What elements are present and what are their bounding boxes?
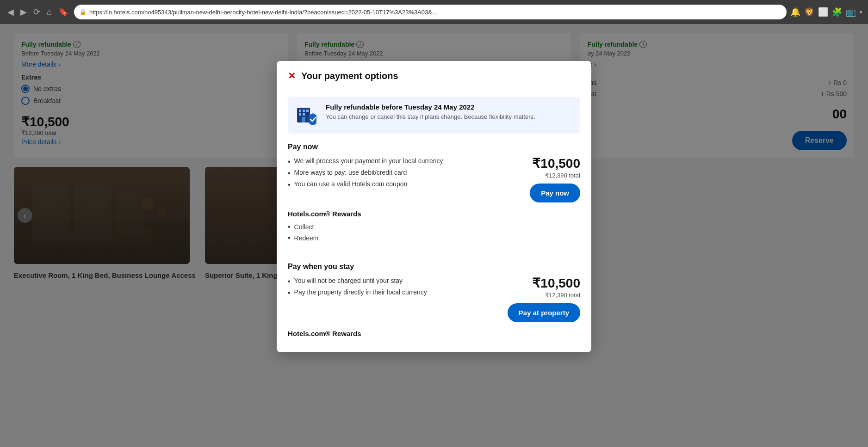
pay-now-bullet-3: You can use a valid Hotels.com coupon (288, 179, 521, 190)
pay-now-bullet-2: More ways to pay: use debit/credit card (288, 167, 521, 179)
svg-rect-13 (299, 113, 301, 116)
home-button[interactable]: ⌂ (45, 6, 54, 19)
rewards-title-1: Hotels.com® Rewards (288, 210, 580, 218)
pay-when-stay-title: Pay when you stay (288, 263, 580, 271)
pay-when-stay-price-total: ₹12,390 total (508, 292, 580, 299)
rewards-section-1: Hotels.com® Rewards Collect Redeem (288, 210, 580, 244)
pay-when-stay-bullets: You will not be charged until your stay … (288, 276, 498, 299)
pay-now-title: Pay now (288, 143, 580, 151)
extension-icon[interactable]: ⬜ (818, 7, 828, 17)
pay-when-stay-bullet-2: Pay the property directly in their local… (288, 287, 498, 299)
refund-shield-icon (295, 103, 319, 127)
refund-banner: Fully refundable before Tuesday 24 May 2… (288, 97, 580, 134)
rewards-title-2: Hotels.com® Rewards (288, 330, 580, 337)
pay-now-bullet-1: We will process your payment in your loc… (288, 156, 521, 167)
rewards-section-2: Hotels.com® Rewards (288, 330, 580, 337)
bookmark-button[interactable]: 🔖 (56, 5, 70, 19)
forward-button[interactable]: ▶ (19, 5, 29, 19)
modal-close-button[interactable]: ✕ (288, 70, 296, 81)
section-divider (288, 253, 580, 253)
modal-overlay: ✕ Your payment options (0, 24, 868, 447)
puzzle-icon[interactable]: 🧩 (832, 7, 842, 17)
url-text: https://in.hotels.com/ho495343/pullman-n… (89, 9, 437, 16)
refresh-button[interactable]: ⟳ (31, 5, 42, 19)
address-bar[interactable]: 🔒 https://in.hotels.com/ho495343/pullman… (74, 5, 787, 19)
browser-right-controls: 🔔 🦁 ⬜ 🧩 📺 ▪ (790, 7, 862, 17)
rewards-collect: Collect (288, 221, 580, 233)
pay-when-stay-details: You will not be charged until your stay … (288, 276, 498, 299)
modal-body: Fully refundable before Tuesday 24 May 2… (277, 97, 591, 352)
brave-icon[interactable]: 🦁 (804, 7, 814, 17)
pay-now-row: We will process your payment in your loc… (288, 156, 580, 202)
pay-now-button[interactable]: Pay now (530, 184, 580, 202)
pay-at-property-button[interactable]: Pay at property (508, 303, 580, 322)
refund-text: Fully refundable before Tuesday 24 May 2… (326, 103, 535, 121)
lock-icon: 🔒 (80, 9, 87, 15)
pay-when-stay-section: Pay when you stay You will not be charge… (288, 263, 580, 322)
pay-now-section: Pay now We will process your payment in … (288, 143, 580, 202)
pay-now-price: ₹10,500 (530, 156, 580, 171)
rewards-list-1: Collect Redeem (288, 221, 580, 244)
pay-when-stay-bullet-1: You will not be charged until your stay (288, 276, 498, 287)
refund-banner-title: Fully refundable before Tuesday 24 May 2… (326, 103, 535, 111)
browser-chrome: ◀ ▶ ⟳ ⌂ 🔖 🔒 https://in.hotels.com/ho4953… (0, 0, 868, 24)
pay-now-details: We will process your payment in your loc… (288, 156, 521, 191)
rewards-redeem: Redeem (288, 233, 580, 244)
back-button[interactable]: ◀ (6, 5, 16, 19)
svg-rect-10 (299, 110, 301, 112)
pay-now-bullets: We will process your payment in your loc… (288, 156, 521, 191)
svg-rect-14 (303, 113, 305, 116)
notification-icon[interactable]: 🔔 (790, 7, 800, 17)
refund-banner-desc: You can change or cancel this stay if pl… (326, 113, 535, 121)
payment-options-modal: ✕ Your payment options (277, 61, 591, 352)
modal-header: ✕ Your payment options (277, 61, 591, 89)
pay-now-price-section: ₹10,500 ₹12,390 total Pay now (530, 156, 580, 202)
svg-rect-11 (303, 110, 305, 112)
media-icon[interactable]: 📺 (846, 7, 856, 17)
pay-when-stay-price-section: ₹10,500 ₹12,390 total Pay at property (508, 276, 580, 322)
window-icon[interactable]: ▪ (860, 7, 862, 17)
pay-now-price-total: ₹12,390 total (530, 172, 580, 179)
modal-title: Your payment options (301, 71, 398, 81)
svg-rect-12 (306, 110, 309, 112)
pay-when-stay-row: You will not be charged until your stay … (288, 276, 580, 322)
pay-when-stay-price: ₹10,500 (508, 276, 580, 291)
nav-controls: ◀ ▶ ⟳ ⌂ 🔖 (6, 5, 70, 19)
svg-rect-15 (302, 117, 305, 122)
